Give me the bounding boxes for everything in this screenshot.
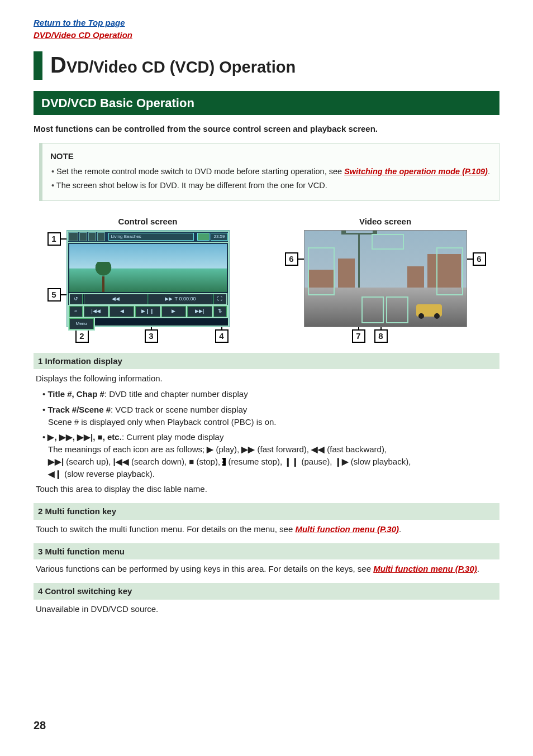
item-4-head: 4 Control switching key [34, 583, 499, 600]
status-chip [197, 233, 210, 241]
page-title: DVD/Video CD (VCD) Operation [34, 51, 499, 80]
info-display-area: Living Beaches 23:59 [68, 232, 228, 242]
return-top-link[interactable]: Return to the Top page [34, 17, 499, 29]
callout-6-right: 6 [473, 252, 486, 266]
touch-zone-right [436, 247, 463, 295]
item-3-body: Various functions can be performed by us… [36, 563, 497, 575]
item-3-head: 3 Multi function menu [34, 543, 499, 560]
touch-zone-bottom-b [386, 296, 408, 323]
control-screen-figure: 1 5 2 3 4 Living Beaches 23:59 [47, 230, 249, 342]
play-pause-button: ▶❙❙ [135, 306, 160, 317]
item-1-intro: Displays the following information. [36, 372, 497, 385]
callout-2: 2 [75, 329, 89, 343]
control-screen-mock: Living Beaches 23:59 ↺ ◀◀ ▶▶ T 0:00:00 ⛶… [66, 230, 230, 327]
touch-zone-top [372, 234, 404, 250]
item-3: 3 Multi function menu Various functions … [34, 543, 499, 576]
item-2-head: 2 Multi function key [34, 503, 499, 520]
disc-label: Living Beaches [108, 233, 194, 241]
video-screen-figure: 6 6 7 8 [285, 230, 486, 342]
rewind-button: ◀ [110, 306, 134, 317]
screenshots-row: Control screen 1 5 2 3 4 Living Beaches [34, 211, 499, 353]
slow-playback-icon: ❙▶ [335, 457, 349, 466]
video-screen-label: Video screen [271, 216, 499, 228]
forward-button: ▶ [161, 306, 186, 317]
play-icon: ▶ [207, 444, 213, 454]
callout-5: 5 [47, 288, 61, 302]
page-title-initial: D [50, 52, 66, 77]
item-4-body: Unavailable in DVD/VCD source. [36, 603, 497, 615]
callout-7: 7 [352, 329, 365, 343]
header-links: Return to the Top page DVD/Video CD Oper… [34, 17, 499, 41]
touch-zone-bottom-a [361, 296, 384, 323]
multi-function-menu-link-1[interactable]: Multi function menu (P.30) [295, 524, 399, 534]
multi-function-key: « [69, 306, 83, 317]
callout-3: 3 [145, 329, 158, 343]
multi-function-menu-link-2[interactable]: Multi function menu (P.30) [373, 564, 477, 573]
item-1-touch: Touch this area to display the disc labl… [36, 483, 497, 495]
callout-4: 4 [215, 329, 229, 343]
clock-display: 23:59 [211, 233, 227, 241]
fast-forward-icon: ▶▶ [241, 444, 255, 454]
item-2: 2 Multi function key Touch to switch the… [34, 503, 499, 535]
intro-text: Most functions can be controlled from th… [34, 123, 499, 135]
note-bullet-1: Set the remote control mode switch to DV… [51, 166, 491, 178]
callout-1: 1 [47, 232, 61, 246]
page-number: 28 [34, 717, 46, 734]
item-1-bullet-title: Title #, Chap #: DVD title and chapter n… [42, 388, 497, 400]
playmode-indicator: ▶▶ T 0:00:00 [149, 294, 212, 305]
item-2-body: Touch to switch the multi function menu.… [36, 523, 497, 535]
item-1-bullet-playmode: ▶, ▶▶, ▶▶|, ■, etc.: Current play mode d… [42, 431, 497, 480]
item-1: 1 Information display Displays the follo… [34, 353, 499, 496]
menu-button: Menu [69, 318, 94, 329]
note-bullet-2: The screen shot below is for DVD. It may… [51, 180, 491, 192]
pause-icon: ❙❙ [284, 457, 299, 466]
touch-zone-left [308, 247, 335, 295]
note-box: NOTE Set the remote control mode switch … [39, 143, 499, 201]
control-switching-key: ⇅ [213, 306, 227, 317]
item-1-bullet-track: Track #/Scene #: VCD track or scene numb… [42, 404, 497, 428]
fast-backward-icon: ◀◀ [311, 444, 325, 454]
loop-icon: ↺ [69, 294, 83, 305]
video-screen-mock [304, 230, 467, 327]
page-title-rest: VD/Video CD (VCD) Operation [66, 58, 296, 76]
search-up-icon: ▶▶| [48, 457, 64, 466]
item-4: 4 Control switching key Unavailable in D… [34, 583, 499, 615]
prev-track-button: |◀◀ [84, 306, 108, 317]
item-1-head: 1 Information display [34, 353, 499, 370]
note-link-operation-mode[interactable]: Switching the operation mode (P.109) [344, 167, 488, 176]
section-heading: DVD/VCD Basic Operation [34, 91, 499, 116]
note-title: NOTE [50, 150, 491, 162]
callout-6-left: 6 [285, 252, 298, 266]
section-nav-link[interactable]: DVD/Video CD Operation [34, 29, 499, 41]
next-track-button: ▶▶| [187, 306, 212, 317]
video-preview [69, 244, 227, 292]
callout-8: 8 [374, 329, 388, 343]
expand-icon: ⛶ [213, 294, 227, 305]
rewind-indicator: ◀◀ [84, 294, 147, 305]
search-down-icon: |◀◀ [113, 457, 129, 466]
control-screen-label: Control screen [34, 216, 262, 228]
slow-reverse-icon: ◀❙ [48, 469, 62, 479]
